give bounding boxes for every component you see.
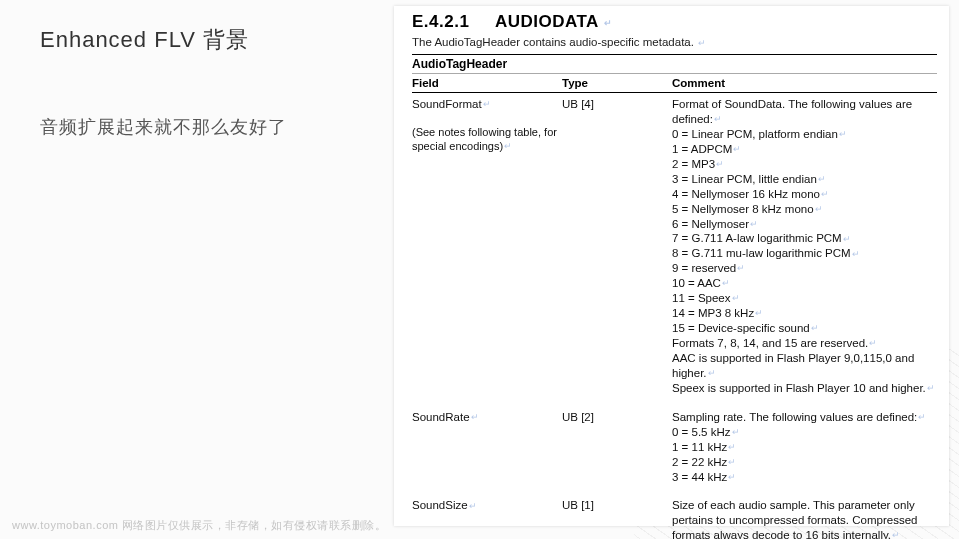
col-header-field: Field xyxy=(412,77,562,89)
cell-type: UB [1] xyxy=(562,498,672,539)
cell-type: UB [2] xyxy=(562,410,672,485)
comment-line: 2 = 22 kHz↵ xyxy=(672,455,937,470)
document-panel: E.4.2.1 AUDIODATA ↵ The AudioTagHeader c… xyxy=(394,6,949,526)
comment-line: 0 = Linear PCM, platform endian↵ xyxy=(672,127,937,142)
comment-line: 8 = G.711 mu-law logarithmic PCM↵ xyxy=(672,246,937,261)
field-note: (See notes following table, for special … xyxy=(412,126,562,154)
cell-field: SoundSize↵ xyxy=(412,498,562,539)
intro-text: The AudioTagHeader contains audio-specif… xyxy=(412,36,694,48)
cell-comment: Sampling rate. The following values are … xyxy=(672,410,937,485)
table-title: AudioTagHeader xyxy=(412,54,937,74)
cell-type: UB [4] xyxy=(562,97,672,396)
comment-line: AAC is supported in Flash Player 9,0,115… xyxy=(672,351,937,381)
comment-line: 4 = Nellymoser 16 kHz mono↵ xyxy=(672,187,937,202)
doc-intro: The AudioTagHeader contains audio-specif… xyxy=(412,36,937,48)
footer-watermark: www.toymoban.com 网络图片仅供展示，非存储，如有侵权请联系删除。 xyxy=(12,518,386,533)
table-row: SoundFormat↵(See notes following table, … xyxy=(412,93,937,406)
comment-line: 1 = ADPCM↵ xyxy=(672,142,937,157)
table-row: SoundRate↵UB [2]Sampling rate. The follo… xyxy=(412,406,937,495)
cell-comment: Format of SoundData. The following value… xyxy=(672,97,937,396)
doc-heading: E.4.2.1 AUDIODATA ↵ xyxy=(412,12,937,32)
paragraph-mark-icon: ↵ xyxy=(698,38,706,48)
table-body: SoundFormat↵(See notes following table, … xyxy=(412,93,937,539)
comment-line: Format of SoundData. The following value… xyxy=(672,97,937,127)
comment-line: Speex is supported in Flash Player 10 an… xyxy=(672,381,937,396)
cell-field: SoundRate↵ xyxy=(412,410,562,485)
heading-number: E.4.2.1 xyxy=(412,12,469,31)
comment-line: Size of each audio sample. This paramete… xyxy=(672,498,937,539)
comment-line: 1 = 11 kHz↵ xyxy=(672,440,937,455)
table-row: SoundSize↵UB [1]Size of each audio sampl… xyxy=(412,494,937,539)
comment-line: 3 = Linear PCM, little endian↵ xyxy=(672,172,937,187)
comment-line: 5 = Nellymoser 8 kHz mono↵ xyxy=(672,202,937,217)
comment-line: Sampling rate. The following values are … xyxy=(672,410,937,425)
comment-line: 10 = AAC↵ xyxy=(672,276,937,291)
table-header-row: Field Type Comment xyxy=(412,74,937,93)
comment-line: 2 = MP3↵ xyxy=(672,157,937,172)
page-subtitle: 音频扩展起来就不那么友好了 xyxy=(40,115,370,139)
left-pane: Enhanced FLV 背景 音频扩展起来就不那么友好了 xyxy=(40,25,370,139)
cell-comment: Size of each audio sample. This paramete… xyxy=(672,498,937,539)
comment-line: 9 = reserved↵ xyxy=(672,261,937,276)
comment-line: 6 = Nellymoser↵ xyxy=(672,217,937,232)
comment-line: 3 = 44 kHz↵ xyxy=(672,470,937,485)
comment-line: 15 = Device-specific sound↵ xyxy=(672,321,937,336)
comment-line: 7 = G.711 A-law logarithmic PCM↵ xyxy=(672,231,937,246)
heading-text: AUDIODATA xyxy=(495,12,598,31)
page-title: Enhanced FLV 背景 xyxy=(40,25,370,55)
comment-line: 0 = 5.5 kHz↵ xyxy=(672,425,937,440)
cell-field: SoundFormat↵(See notes following table, … xyxy=(412,97,562,396)
col-header-comment: Comment xyxy=(672,77,937,89)
col-header-type: Type xyxy=(562,77,672,89)
paragraph-mark-icon: ↵ xyxy=(604,18,613,28)
comment-line: 11 = Speex↵ xyxy=(672,291,937,306)
comment-line: Formats 7, 8, 14, and 15 are reserved.↵ xyxy=(672,336,937,351)
comment-line: 14 = MP3 8 kHz↵ xyxy=(672,306,937,321)
